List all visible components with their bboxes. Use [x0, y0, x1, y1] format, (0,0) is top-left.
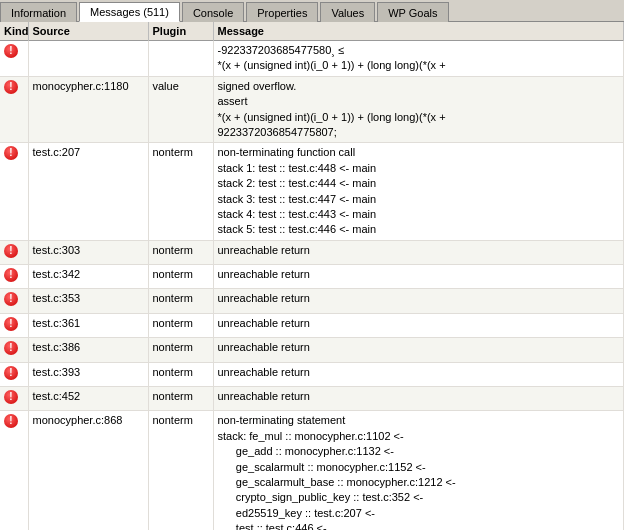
error-icon [4, 292, 18, 306]
cell-kind [0, 411, 28, 530]
error-icon [4, 366, 18, 380]
cell-message: unreachable return [213, 240, 624, 264]
cell-plugin: nonterm [148, 338, 213, 362]
cell-plugin: nonterm [148, 313, 213, 337]
messages-table-container[interactable]: Kind Source Plugin Message -922337203685… [0, 22, 624, 530]
cell-plugin: nonterm [148, 411, 213, 530]
error-icon [4, 341, 18, 355]
cell-kind [0, 387, 28, 411]
table-row[interactable]: test.c:342nontermunreachable return [0, 265, 624, 289]
cell-source: test.c:207 [28, 143, 148, 240]
tab-values[interactable]: Values [320, 2, 375, 22]
cell-message: unreachable return [213, 265, 624, 289]
cell-source: test.c:342 [28, 265, 148, 289]
cell-plugin: value [148, 76, 213, 143]
cell-kind [0, 338, 28, 362]
cell-message: unreachable return [213, 338, 624, 362]
cell-message: unreachable return [213, 313, 624, 337]
cell-plugin [148, 41, 213, 77]
cell-source: test.c:393 [28, 362, 148, 386]
cell-source: test.c:452 [28, 387, 148, 411]
table-row[interactable]: test.c:393nontermunreachable return [0, 362, 624, 386]
cell-message: -922337203685477580¸ ≤ *(x + (unsigned i… [213, 41, 624, 77]
messages-table: Kind Source Plugin Message -922337203685… [0, 22, 624, 530]
cell-source: test.c:353 [28, 289, 148, 313]
tab-console[interactable]: Console [182, 2, 244, 22]
tab-information[interactable]: Information [0, 2, 77, 22]
cell-message: non-terminating function call stack 1: t… [213, 143, 624, 240]
cell-message: unreachable return [213, 289, 624, 313]
cell-plugin: nonterm [148, 240, 213, 264]
cell-message: signed overflow. assert *(x + (unsigned … [213, 76, 624, 143]
table-row[interactable]: test.c:386nontermunreachable return [0, 338, 624, 362]
cell-plugin: nonterm [148, 362, 213, 386]
cell-source: test.c:386 [28, 338, 148, 362]
cell-message: unreachable return [213, 362, 624, 386]
error-icon [4, 390, 18, 404]
cell-kind [0, 362, 28, 386]
cell-kind [0, 41, 28, 77]
tab-properties[interactable]: Properties [246, 2, 318, 22]
table-row[interactable]: test.c:207nontermnon-terminating functio… [0, 143, 624, 240]
tab-messages--511-[interactable]: Messages (511) [79, 2, 180, 22]
cell-message: unreachable return [213, 387, 624, 411]
col-header-message: Message [213, 22, 624, 41]
table-row[interactable]: -922337203685477580¸ ≤ *(x + (unsigned i… [0, 41, 624, 77]
cell-kind [0, 313, 28, 337]
error-icon [4, 414, 18, 428]
cell-plugin: nonterm [148, 143, 213, 240]
cell-kind [0, 265, 28, 289]
error-icon [4, 268, 18, 282]
cell-plugin: nonterm [148, 265, 213, 289]
cell-kind [0, 289, 28, 313]
error-icon [4, 44, 18, 58]
cell-plugin: nonterm [148, 387, 213, 411]
cell-kind [0, 240, 28, 264]
cell-source: monocypher.c:1180 [28, 76, 148, 143]
cell-plugin: nonterm [148, 289, 213, 313]
table-row[interactable]: test.c:452nontermunreachable return [0, 387, 624, 411]
error-icon [4, 146, 18, 160]
error-icon [4, 80, 18, 94]
table-row[interactable]: test.c:361nontermunreachable return [0, 313, 624, 337]
cell-source: monocypher.c:868 [28, 411, 148, 530]
cell-kind [0, 143, 28, 240]
cell-source: test.c:361 [28, 313, 148, 337]
col-header-plugin: Plugin [148, 22, 213, 41]
col-header-kind: Kind [0, 22, 28, 41]
cell-message: non-terminating statement stack: fe_mul … [213, 411, 624, 530]
error-icon [4, 244, 18, 258]
tab-wp-goals[interactable]: WP Goals [377, 2, 448, 22]
col-header-source: Source [28, 22, 148, 41]
table-row[interactable]: test.c:353nontermunreachable return [0, 289, 624, 313]
table-row[interactable]: test.c:303nontermunreachable return [0, 240, 624, 264]
tab-bar: InformationMessages (511)ConsoleProperti… [0, 0, 624, 22]
cell-source: test.c:303 [28, 240, 148, 264]
cell-kind [0, 76, 28, 143]
table-row[interactable]: monocypher.c:868nontermnon-terminating s… [0, 411, 624, 530]
error-icon [4, 317, 18, 331]
cell-source [28, 41, 148, 77]
table-row[interactable]: monocypher.c:1180valuesigned overflow. a… [0, 76, 624, 143]
